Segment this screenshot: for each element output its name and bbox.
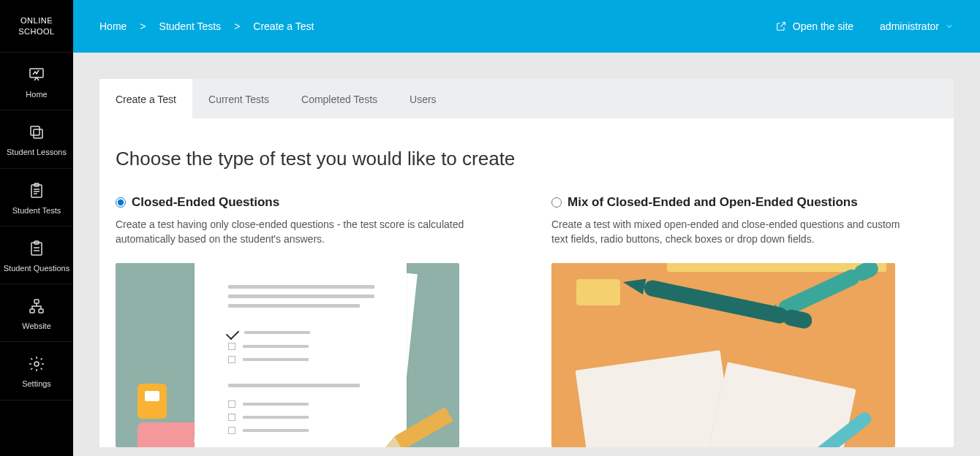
sidebar-item-tests[interactable]: Student Tests: [0, 169, 73, 227]
tab-bar: Create a Test Current Tests Completed Te…: [99, 79, 954, 118]
svg-rect-2: [31, 126, 39, 135]
tab-completed-tests[interactable]: Completed Tests: [285, 79, 393, 118]
sidebar-item-questions[interactable]: Student Questions: [0, 227, 73, 284]
option-desc: Create a test having only close-ended qu…: [116, 217, 467, 247]
clipboard-list-icon: [26, 180, 47, 201]
sidebar-item-label: Student Tests: [12, 205, 61, 216]
breadcrumb-sep: >: [140, 20, 146, 32]
clipboard-icon: [26, 238, 47, 259]
external-link-icon: [775, 20, 787, 32]
breadcrumb-tests[interactable]: Student Tests: [159, 20, 222, 32]
sidebar-item-label: Student Questions: [4, 263, 70, 273]
open-site-label: Open the site: [793, 20, 853, 32]
svg-point-10: [34, 362, 39, 366]
sidebar-item-lessons[interactable]: Student Lessons: [0, 110, 73, 168]
sitemap-icon: [26, 296, 47, 316]
user-name: administrator: [880, 20, 939, 32]
tab-current-tests[interactable]: Current Tests: [192, 79, 285, 118]
svg-rect-9: [39, 309, 43, 313]
breadcrumb-sep: >: [234, 20, 240, 32]
sidebar-item-website[interactable]: Website: [0, 284, 73, 342]
breadcrumb-home[interactable]: Home: [99, 20, 127, 32]
tab-create-test[interactable]: Create a Test: [99, 79, 192, 118]
sidebar: ONLINE SCHOOL Home Student Lessons Stude…: [0, 0, 73, 456]
illustration-closed-ended: [116, 263, 459, 447]
radio-closed-ended[interactable]: [116, 197, 126, 208]
gear-icon: [26, 354, 47, 374]
svg-rect-7: [34, 300, 39, 303]
breadcrumb-current: Create a Test: [253, 20, 314, 32]
whiteboard-icon: [26, 64, 47, 85]
breadcrumb: Home > Student Tests > Create a Test: [99, 20, 314, 32]
brand-line1: ONLINE: [20, 15, 53, 26]
topbar: Home > Student Tests > Create a Test Ope…: [73, 0, 980, 53]
svg-rect-1: [34, 129, 42, 138]
sidebar-item-settings[interactable]: Settings: [0, 342, 73, 400]
option-closed-ended: Closed-Ended Questions Create a test hav…: [116, 195, 467, 447]
brand-logo[interactable]: ONLINE SCHOOL: [0, 0, 73, 53]
sidebar-item-label: Student Lessons: [7, 147, 67, 157]
sidebar-item-label: Settings: [22, 379, 51, 389]
option-title: Mix of Closed-Ended and Open-Ended Quest…: [568, 195, 858, 210]
page-title: Choose the type of test you would like t…: [116, 148, 939, 170]
option-desc: Create a test with mixed open-ended and …: [551, 217, 902, 247]
copy-icon: [26, 122, 47, 142]
option-mixed: Mix of Closed-Ended and Open-Ended Quest…: [551, 195, 902, 447]
sidebar-item-label: Website: [22, 321, 51, 331]
chevron-down-icon: [945, 22, 954, 31]
open-site-link[interactable]: Open the site: [775, 20, 853, 32]
illustration-mixed: [551, 263, 895, 447]
tab-users[interactable]: Users: [393, 79, 453, 118]
sidebar-item-label: Home: [26, 89, 47, 99]
svg-rect-8: [30, 309, 34, 313]
user-menu[interactable]: administrator: [880, 20, 954, 32]
brand-line2: SCHOOL: [18, 26, 54, 37]
panel: Create a Test Current Tests Completed Te…: [99, 79, 954, 447]
option-title: Closed-Ended Questions: [132, 195, 279, 210]
radio-mixed[interactable]: [551, 197, 562, 208]
sidebar-item-home[interactable]: Home: [0, 53, 73, 110]
